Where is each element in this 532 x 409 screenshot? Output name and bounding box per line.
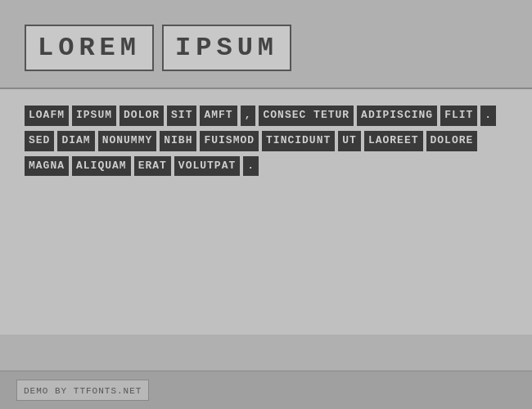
- word-chip: sed: [25, 131, 54, 151]
- word-chip: nibh: [160, 131, 196, 151]
- text-block: Loafmipsumdolorsitamft,consec teturadipi…: [25, 106, 507, 178]
- word-chip: dolor: [119, 106, 164, 126]
- word-chip: diam: [57, 131, 94, 151]
- word-chip: dolore: [426, 131, 478, 151]
- word-chip: consec tetur: [259, 106, 354, 126]
- word-chip: fuismod: [200, 131, 259, 151]
- footer: demo by ttfonts.net: [0, 371, 532, 409]
- title-word1: Lorem: [25, 25, 154, 71]
- header: Lorem Ipsum: [0, 0, 532, 89]
- footer-inner: demo by ttfonts.net: [16, 380, 149, 401]
- word-chip: .: [243, 156, 259, 177]
- word-chip: ,: [241, 106, 256, 126]
- title-word2: Ipsum: [162, 25, 291, 71]
- content-area: Loafmipsumdolorsitamft,consec teturadipi…: [0, 89, 532, 335]
- word-chip: erat: [134, 156, 171, 177]
- word-chip: magna: [25, 156, 69, 177]
- word-chip: tincidunt: [262, 131, 335, 151]
- word-chip: amft: [200, 106, 237, 126]
- footer-text: demo by ttfonts.net: [24, 386, 142, 396]
- word-chip: ut: [338, 131, 361, 151]
- word-chip: nonummy: [98, 131, 157, 151]
- word-chip: flit: [440, 106, 477, 126]
- word-chip: .: [480, 106, 496, 126]
- word-chip: Loafm: [25, 106, 69, 126]
- word-chip: adipiscing: [357, 106, 437, 126]
- word-chip: laoreet: [364, 131, 423, 151]
- title-box: Lorem Ipsum: [25, 25, 291, 71]
- word-chip: ipsum: [72, 106, 116, 126]
- word-chip: sit: [167, 106, 196, 126]
- word-chip: aliquam: [72, 156, 131, 177]
- word-chip: volutpat: [174, 156, 240, 177]
